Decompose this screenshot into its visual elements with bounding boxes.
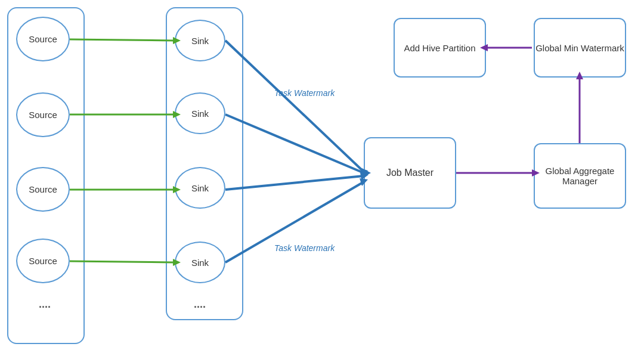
sink-node-2: Sink: [175, 92, 225, 134]
svg-line-6: [70, 261, 173, 262]
svg-line-0: [70, 39, 173, 41]
source-node-3: Source: [16, 167, 70, 212]
global-agg-box: Global Aggregate Manager: [534, 143, 626, 209]
diagram: Source Source Source Source .... Sink Si…: [0, 0, 644, 356]
source-node-2: Source: [16, 92, 70, 137]
task-watermark-label-bottom: Task Watermark: [274, 243, 335, 253]
sink-node-1: Sink: [175, 20, 225, 61]
sink-dots: ....: [194, 298, 206, 311]
sink-node-3: Sink: [175, 167, 225, 209]
svg-line-10: [225, 114, 364, 173]
source-node-1: Source: [16, 17, 70, 61]
task-watermark-label-top: Task Watermark: [274, 88, 335, 98]
svg-line-8: [225, 41, 364, 172]
add-hive-box: Add Hive Partition: [394, 18, 486, 78]
source-node-4: Source: [16, 239, 70, 283]
svg-line-12: [225, 176, 364, 190]
global-min-box: Global Min Watermark: [534, 18, 626, 78]
sink-node-4: Sink: [175, 242, 225, 283]
job-master-box: Job Master: [364, 137, 456, 209]
source-dots: ....: [39, 298, 51, 311]
